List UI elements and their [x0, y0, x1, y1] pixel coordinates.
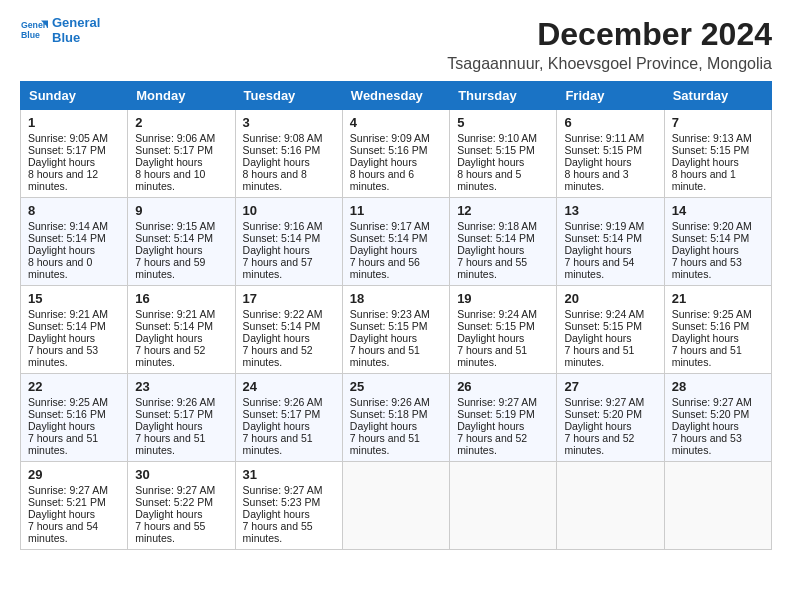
daylight-value: 7 hours and 56 minutes. — [350, 256, 420, 280]
daylight-value: 8 hours and 3 minutes. — [564, 168, 628, 192]
daylight-label: Daylight hours — [564, 420, 631, 432]
daylight-label: Daylight hours — [564, 156, 631, 168]
daylight-value: 7 hours and 51 minutes. — [564, 344, 634, 368]
calendar-header-row: SundayMondayTuesdayWednesdayThursdayFrid… — [21, 82, 772, 110]
daylight-value: 7 hours and 53 minutes. — [28, 344, 98, 368]
daylight-label: Daylight hours — [564, 332, 631, 344]
daylight-value: 8 hours and 8 minutes. — [243, 168, 307, 192]
daylight-value: 7 hours and 52 minutes. — [457, 432, 527, 456]
sunset-label: Sunset: 5:18 PM — [350, 408, 428, 420]
daylight-label: Daylight hours — [243, 332, 310, 344]
day-number: 26 — [457, 379, 549, 394]
day-cell: 23Sunrise: 9:26 AMSunset: 5:17 PMDayligh… — [128, 374, 235, 462]
sunset-label: Sunset: 5:16 PM — [672, 320, 750, 332]
day-cell: 15Sunrise: 9:21 AMSunset: 5:14 PMDayligh… — [21, 286, 128, 374]
sunrise-label: Sunrise: 9:18 AM — [457, 220, 537, 232]
day-cell: 24Sunrise: 9:26 AMSunset: 5:17 PMDayligh… — [235, 374, 342, 462]
daylight-value: 7 hours and 55 minutes. — [457, 256, 527, 280]
sunset-label: Sunset: 5:15 PM — [350, 320, 428, 332]
daylight-label: Daylight hours — [28, 244, 95, 256]
day-number: 11 — [350, 203, 442, 218]
sunrise-label: Sunrise: 9:27 AM — [28, 484, 108, 496]
day-number: 29 — [28, 467, 120, 482]
day-number: 8 — [28, 203, 120, 218]
week-row-4: 22Sunrise: 9:25 AMSunset: 5:16 PMDayligh… — [21, 374, 772, 462]
daylight-label: Daylight hours — [672, 244, 739, 256]
daylight-label: Daylight hours — [350, 244, 417, 256]
day-cell: 31Sunrise: 9:27 AMSunset: 5:23 PMDayligh… — [235, 462, 342, 550]
day-number: 20 — [564, 291, 656, 306]
sunrise-label: Sunrise: 9:26 AM — [243, 396, 323, 408]
day-number: 10 — [243, 203, 335, 218]
day-number: 3 — [243, 115, 335, 130]
day-cell: 6Sunrise: 9:11 AMSunset: 5:15 PMDaylight… — [557, 110, 664, 198]
sunrise-label: Sunrise: 9:17 AM — [350, 220, 430, 232]
day-number: 27 — [564, 379, 656, 394]
sunset-label: Sunset: 5:14 PM — [28, 320, 106, 332]
sunset-label: Sunset: 5:14 PM — [564, 232, 642, 244]
day-number: 12 — [457, 203, 549, 218]
sunrise-label: Sunrise: 9:27 AM — [243, 484, 323, 496]
sunrise-label: Sunrise: 9:21 AM — [135, 308, 215, 320]
sunrise-label: Sunrise: 9:27 AM — [457, 396, 537, 408]
header: General Blue General Blue December 2024 … — [20, 16, 772, 73]
daylight-label: Daylight hours — [243, 244, 310, 256]
daylight-value: 7 hours and 54 minutes. — [28, 520, 98, 544]
day-cell: 14Sunrise: 9:20 AMSunset: 5:14 PMDayligh… — [664, 198, 771, 286]
sunrise-label: Sunrise: 9:11 AM — [564, 132, 644, 144]
sunrise-label: Sunrise: 9:25 AM — [28, 396, 108, 408]
sunrise-label: Sunrise: 9:26 AM — [135, 396, 215, 408]
day-cell: 26Sunrise: 9:27 AMSunset: 5:19 PMDayligh… — [450, 374, 557, 462]
daylight-value: 7 hours and 54 minutes. — [564, 256, 634, 280]
title-block: December 2024 Tsagaannuur, Khoevsgoel Pr… — [447, 16, 772, 73]
daylight-label: Daylight hours — [672, 420, 739, 432]
sunset-label: Sunset: 5:17 PM — [28, 144, 106, 156]
day-number: 23 — [135, 379, 227, 394]
day-cell: 22Sunrise: 9:25 AMSunset: 5:16 PMDayligh… — [21, 374, 128, 462]
main-title: December 2024 — [447, 16, 772, 53]
daylight-value: 7 hours and 55 minutes. — [243, 520, 313, 544]
daylight-value: 7 hours and 57 minutes. — [243, 256, 313, 280]
logo-text-blue: Blue — [52, 31, 100, 46]
day-cell: 5Sunrise: 9:10 AMSunset: 5:15 PMDaylight… — [450, 110, 557, 198]
day-cell: 8Sunrise: 9:14 AMSunset: 5:14 PMDaylight… — [21, 198, 128, 286]
sunrise-label: Sunrise: 9:27 AM — [135, 484, 215, 496]
day-number: 7 — [672, 115, 764, 130]
sunrise-label: Sunrise: 9:26 AM — [350, 396, 430, 408]
daylight-value: 7 hours and 51 minutes. — [350, 344, 420, 368]
daylight-value: 8 hours and 0 minutes. — [28, 256, 92, 280]
daylight-label: Daylight hours — [350, 420, 417, 432]
daylight-value: 8 hours and 5 minutes. — [457, 168, 521, 192]
sunrise-label: Sunrise: 9:06 AM — [135, 132, 215, 144]
daylight-value: 7 hours and 59 minutes. — [135, 256, 205, 280]
daylight-value: 8 hours and 6 minutes. — [350, 168, 414, 192]
day-cell — [557, 462, 664, 550]
day-number: 13 — [564, 203, 656, 218]
day-cell — [450, 462, 557, 550]
header-monday: Monday — [128, 82, 235, 110]
sunset-label: Sunset: 5:14 PM — [672, 232, 750, 244]
sunrise-label: Sunrise: 9:24 AM — [457, 308, 537, 320]
daylight-label: Daylight hours — [135, 244, 202, 256]
sunset-label: Sunset: 5:15 PM — [564, 320, 642, 332]
daylight-value: 7 hours and 51 minutes. — [243, 432, 313, 456]
daylight-label: Daylight hours — [457, 332, 524, 344]
day-number: 9 — [135, 203, 227, 218]
logo-icon: General Blue — [20, 17, 48, 45]
daylight-value: 7 hours and 51 minutes. — [457, 344, 527, 368]
sunrise-label: Sunrise: 9:22 AM — [243, 308, 323, 320]
daylight-label: Daylight hours — [28, 332, 95, 344]
sunset-label: Sunset: 5:16 PM — [350, 144, 428, 156]
daylight-value: 8 hours and 1 minute. — [672, 168, 736, 192]
sunset-label: Sunset: 5:14 PM — [135, 232, 213, 244]
daylight-label: Daylight hours — [350, 332, 417, 344]
daylight-value: 7 hours and 52 minutes. — [564, 432, 634, 456]
logo-text-general: General — [52, 16, 100, 31]
daylight-value: 7 hours and 51 minutes. — [28, 432, 98, 456]
logo: General Blue General Blue — [20, 16, 100, 46]
sunset-label: Sunset: 5:14 PM — [243, 232, 321, 244]
daylight-value: 7 hours and 51 minutes. — [350, 432, 420, 456]
sunset-label: Sunset: 5:19 PM — [457, 408, 535, 420]
day-cell: 20Sunrise: 9:24 AMSunset: 5:15 PMDayligh… — [557, 286, 664, 374]
day-number: 25 — [350, 379, 442, 394]
